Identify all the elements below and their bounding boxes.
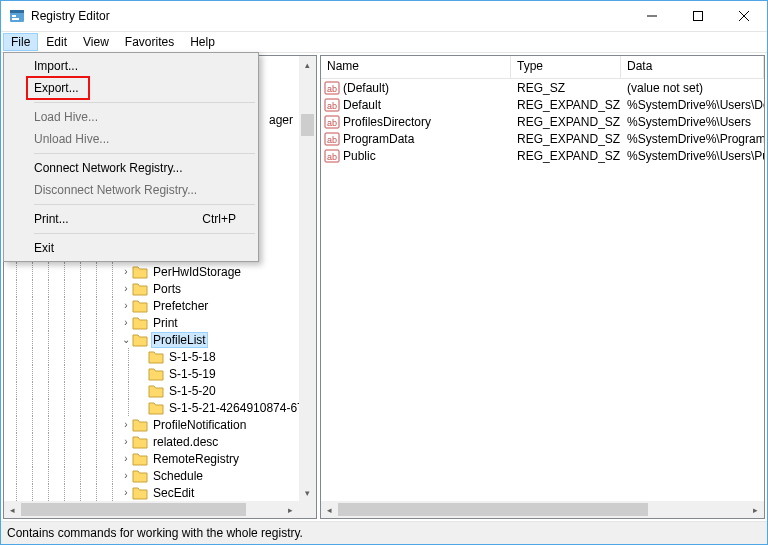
folder-icon bbox=[132, 418, 148, 432]
menu-help[interactable]: Help bbox=[182, 33, 223, 51]
value-type-cell: REG_EXPAND_SZ bbox=[511, 149, 621, 163]
string-value-icon: ab bbox=[324, 80, 340, 96]
chevron-right-icon[interactable]: › bbox=[120, 280, 132, 297]
tree-item-label: Schedule bbox=[151, 469, 205, 483]
scroll-right-button[interactable]: ▸ bbox=[282, 501, 299, 518]
scroll-down-button[interactable]: ▾ bbox=[299, 484, 316, 501]
tree-item-label: RemoteRegistry bbox=[151, 452, 241, 466]
column-header-data[interactable]: Data bbox=[621, 56, 764, 78]
column-header-type[interactable]: Type bbox=[511, 56, 621, 78]
tree-vertical-scrollbar[interactable]: ▴ ▾ bbox=[299, 56, 316, 501]
scroll-up-button[interactable]: ▴ bbox=[299, 56, 316, 73]
chevron-right-icon[interactable]: › bbox=[120, 467, 132, 484]
list-horizontal-scrollbar[interactable]: ◂ ▸ bbox=[321, 501, 764, 518]
menu-favorites[interactable]: Favorites bbox=[117, 33, 182, 51]
status-text: Contains commands for working with the w… bbox=[7, 526, 303, 540]
chevron-right-icon[interactable]: › bbox=[120, 263, 132, 280]
scrollbar-thumb[interactable] bbox=[338, 503, 648, 516]
svg-text:ab: ab bbox=[327, 118, 337, 128]
tree-item-label: S-1-5-18 bbox=[167, 350, 218, 364]
tree-item[interactable]: ›SecEdit bbox=[4, 484, 299, 501]
tree-item[interactable]: ›Print bbox=[4, 314, 299, 331]
string-value-icon: ab bbox=[324, 131, 340, 147]
svg-text:ab: ab bbox=[327, 152, 337, 162]
tree-horizontal-scrollbar[interactable]: ◂ ▸ bbox=[4, 501, 299, 518]
value-data-cell: %SystemDrive%\Users\Pub bbox=[621, 149, 764, 163]
tree-item-label: Ports bbox=[151, 282, 183, 296]
tree-item[interactable]: S-1-5-18 bbox=[4, 348, 299, 365]
maximize-button[interactable] bbox=[675, 1, 721, 31]
folder-icon bbox=[132, 435, 148, 449]
close-button[interactable] bbox=[721, 1, 767, 31]
tree-item[interactable]: ⌄ProfileList bbox=[4, 331, 299, 348]
tree-item-label: Prefetcher bbox=[151, 299, 210, 313]
folder-icon bbox=[148, 350, 164, 364]
menu-item-connect-network-registry[interactable]: Connect Network Registry... bbox=[6, 157, 256, 179]
chevron-right-icon[interactable]: › bbox=[120, 297, 132, 314]
list-header: Name Type Data bbox=[321, 56, 764, 79]
tree-item[interactable]: ›RemoteRegistry bbox=[4, 450, 299, 467]
tree-item[interactable]: ›Schedule bbox=[4, 467, 299, 484]
menu-item-unload-hive: Unload Hive... bbox=[6, 128, 256, 150]
svg-rect-2 bbox=[12, 15, 16, 17]
value-row[interactable]: ab(Default)REG_SZ(value not set) bbox=[321, 79, 764, 96]
tree-item[interactable]: S-1-5-21-4264910874-6794 bbox=[4, 399, 299, 416]
value-name-cell: abProgramData bbox=[321, 131, 511, 147]
values-pane: Name Type Data ab(Default)REG_SZ(value n… bbox=[320, 55, 765, 519]
file-menu-dropdown: Import...Export...Load Hive...Unload Hiv… bbox=[3, 52, 259, 262]
svg-text:ab: ab bbox=[327, 84, 337, 94]
tree-item-label: Print bbox=[151, 316, 180, 330]
scroll-left-button[interactable]: ◂ bbox=[4, 501, 21, 518]
menu-view[interactable]: View bbox=[75, 33, 117, 51]
value-data-cell: %SystemDrive%\ProgramD bbox=[621, 132, 764, 146]
value-data-cell: (value not set) bbox=[621, 81, 764, 95]
tree-item[interactable]: ›PerHwIdStorage bbox=[4, 263, 299, 280]
menu-item-accelerator: Ctrl+P bbox=[202, 212, 236, 226]
values-listview[interactable]: Name Type Data ab(Default)REG_SZ(value n… bbox=[321, 56, 764, 518]
value-row[interactable]: abProgramDataREG_EXPAND_SZ%SystemDrive%\… bbox=[321, 130, 764, 147]
menu-item-export[interactable]: Export... bbox=[6, 77, 256, 99]
tree-item[interactable]: ›related.desc bbox=[4, 433, 299, 450]
menu-item-label: Import... bbox=[34, 59, 78, 73]
chevron-right-icon[interactable]: › bbox=[120, 416, 132, 433]
menu-file[interactable]: File bbox=[3, 33, 38, 51]
value-name: ProfilesDirectory bbox=[343, 115, 431, 129]
tree-item[interactable]: ›Prefetcher bbox=[4, 297, 299, 314]
value-type-cell: REG_EXPAND_SZ bbox=[511, 132, 621, 146]
value-row[interactable]: abProfilesDirectoryREG_EXPAND_SZ%SystemD… bbox=[321, 113, 764, 130]
minimize-icon bbox=[647, 11, 657, 21]
scroll-right-button[interactable]: ▸ bbox=[747, 501, 764, 518]
chevron-right-icon[interactable]: › bbox=[120, 450, 132, 467]
menu-item-label: Print... bbox=[34, 212, 69, 226]
value-row[interactable]: abPublicREG_EXPAND_SZ%SystemDrive%\Users… bbox=[321, 147, 764, 164]
tree-item-label: S-1-5-20 bbox=[167, 384, 218, 398]
value-data-cell: %SystemDrive%\Users\Def bbox=[621, 98, 764, 112]
menu-item-print[interactable]: Print...Ctrl+P bbox=[6, 208, 256, 230]
tree-item-label: S-1-5-19 bbox=[167, 367, 218, 381]
menu-edit[interactable]: Edit bbox=[38, 33, 75, 51]
tree-item-label: PerHwIdStorage bbox=[151, 265, 243, 279]
value-type-cell: REG_EXPAND_SZ bbox=[511, 98, 621, 112]
svg-text:ab: ab bbox=[327, 135, 337, 145]
chevron-down-icon[interactable]: ⌄ bbox=[120, 331, 132, 348]
menu-item-exit[interactable]: Exit bbox=[6, 237, 256, 259]
folder-icon bbox=[132, 452, 148, 466]
menu-item-import[interactable]: Import... bbox=[6, 55, 256, 77]
chevron-right-icon[interactable]: › bbox=[120, 484, 132, 501]
column-header-name[interactable]: Name bbox=[321, 56, 511, 78]
value-row[interactable]: abDefaultREG_EXPAND_SZ%SystemDrive%\User… bbox=[321, 96, 764, 113]
tree-item[interactable]: ›ProfileNotification bbox=[4, 416, 299, 433]
chevron-right-icon[interactable]: › bbox=[120, 433, 132, 450]
regedit-icon bbox=[9, 8, 25, 24]
scrollbar-thumb[interactable] bbox=[21, 503, 246, 516]
tree-item[interactable]: S-1-5-20 bbox=[4, 382, 299, 399]
tree-item[interactable]: ›Ports bbox=[4, 280, 299, 297]
scrollbar-thumb[interactable] bbox=[301, 114, 314, 136]
tree-item[interactable]: S-1-5-19 bbox=[4, 365, 299, 382]
minimize-button[interactable] bbox=[629, 1, 675, 31]
scroll-left-button[interactable]: ◂ bbox=[321, 501, 338, 518]
string-value-icon: ab bbox=[324, 148, 340, 164]
value-name: Default bbox=[343, 98, 381, 112]
svg-rect-5 bbox=[694, 12, 703, 21]
chevron-right-icon[interactable]: › bbox=[120, 314, 132, 331]
